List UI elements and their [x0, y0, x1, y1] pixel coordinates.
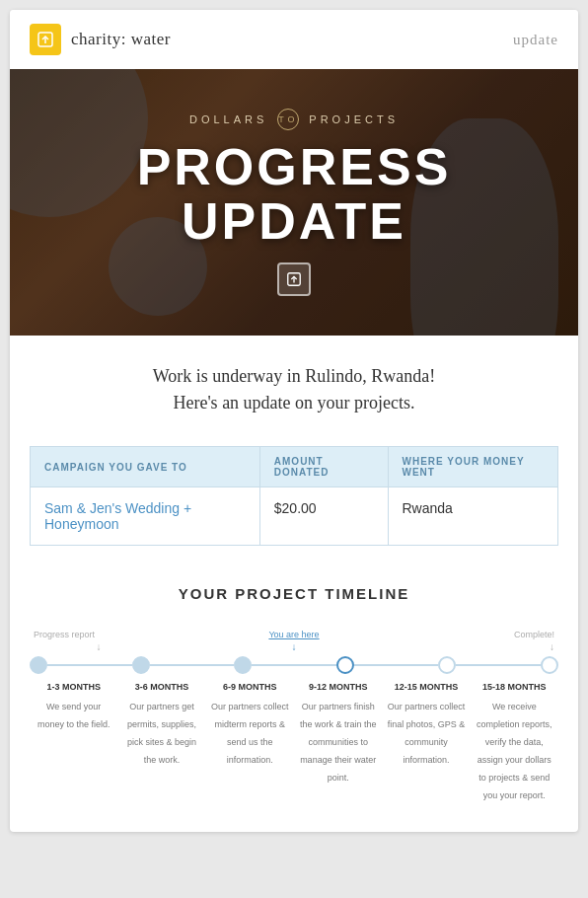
line-1 — [47, 664, 132, 666]
timeline-title: YOUR PROJECT TIMELINE — [30, 585, 558, 602]
timeline-item-5: 12-15 MONTHS Our partners collect final … — [382, 682, 470, 802]
month-label-4: 9-12 MONTHS — [297, 682, 379, 692]
month-desc-6: We receive completion reports, verify th… — [477, 702, 552, 800]
table-row: Sam & Jen's Wedding + Honeymoon $20.00 R… — [31, 487, 558, 546]
timeline-item-2: 3-6 MONTHS Our partners get permits, sup… — [117, 682, 205, 802]
logo-area: charity: water — [30, 24, 171, 55]
label-here: You are here — [268, 630, 319, 639]
dot-4 — [336, 656, 354, 674]
hero-subtitle: DOLLARS to PROJECTS — [189, 109, 399, 130]
dot-3 — [234, 656, 252, 674]
timeline-item-3: 6-9 MONTHS Our partners collect midterm … — [206, 682, 294, 802]
amount-cell: $20.00 — [259, 487, 388, 546]
arrow-complete: ↓ — [424, 641, 554, 652]
month-desc-5: Our partners collect final photos, GPS &… — [388, 702, 466, 765]
label-complete: Complete! — [514, 630, 554, 639]
dot-2 — [132, 656, 150, 674]
arrow-progress: ↓ — [34, 641, 164, 652]
line-2 — [150, 664, 235, 666]
campaign-link[interactable]: Sam & Jen's Wedding + Honeymoon — [44, 500, 191, 532]
hero-title: PROGRESS UPDATE — [137, 140, 452, 248]
col-amount-header: AMOUNT DONATED — [259, 447, 388, 487]
line-4 — [354, 664, 439, 666]
timeline-item-6: 15-18 MONTHS We receive completion repor… — [471, 682, 558, 802]
timeline-item-4: 9-12 MONTHS Our partners finish the work… — [294, 682, 382, 802]
col-campaign-header: CAMPAIGN YOU GAVE TO — [31, 447, 260, 487]
col-location-header: WHERE YOUR MONEY WENT — [388, 447, 558, 487]
month-label-6: 15-18 MONTHS — [474, 682, 555, 692]
label-progress: Progress report — [34, 630, 95, 639]
month-label-1: 1-3 MONTHS — [33, 682, 114, 692]
dot-5 — [438, 656, 456, 674]
dot-1 — [30, 656, 47, 674]
hero-image: DOLLARS to PROJECTS PROGRESS UPDATE — [10, 69, 578, 336]
month-desc-1: We send your money to the field. — [37, 702, 110, 729]
email-header: charity: water update — [10, 10, 578, 69]
logo-icon — [30, 24, 61, 55]
month-desc-4: Our partners finish the work & train the… — [300, 702, 377, 783]
timeline-items: 1-3 MONTHS We send your money to the fie… — [30, 682, 558, 802]
intro-text: Work is underway in Rulindo, Rwanda! Her… — [49, 363, 539, 416]
month-label-5: 12-15 MONTHS — [385, 682, 467, 692]
email-container: charity: water update DOLLARS to PROJECT… — [10, 10, 578, 832]
table-section: CAMPAIGN YOU GAVE TO AMOUNT DONATED WHER… — [10, 436, 578, 565]
line-3 — [252, 664, 336, 666]
timeline-section: YOUR PROJECT TIMELINE Progress report ↓ … — [10, 565, 578, 832]
campaign-name-cell: Sam & Jen's Wedding + Honeymoon — [31, 487, 260, 546]
location-cell: Rwanda — [388, 487, 558, 546]
month-desc-2: Our partners get permits, supplies, pick… — [127, 702, 196, 765]
month-label-2: 3-6 MONTHS — [120, 682, 202, 692]
header-update-label: update — [513, 32, 558, 48]
month-label-3: 6-9 MONTHS — [209, 682, 291, 692]
logo-text: charity: water — [71, 30, 171, 49]
intro-section: Work is underway in Rulindo, Rwanda! Her… — [10, 336, 578, 436]
month-desc-3: Our partners collect midterm reports & s… — [211, 702, 289, 765]
campaign-table: CAMPAIGN YOU GAVE TO AMOUNT DONATED WHER… — [30, 446, 558, 546]
timeline-track — [30, 656, 558, 674]
hero-subtitle-circle: to — [277, 109, 299, 130]
dot-6 — [541, 656, 558, 674]
timeline-item-1: 1-3 MONTHS We send your money to the fie… — [30, 682, 117, 802]
timeline-top-labels: Progress report ↓ You are here ↓ Complet… — [30, 624, 558, 652]
line-5 — [456, 664, 541, 666]
hero-logo-bottom — [277, 262, 311, 296]
arrow-here: ↓ — [164, 641, 424, 652]
